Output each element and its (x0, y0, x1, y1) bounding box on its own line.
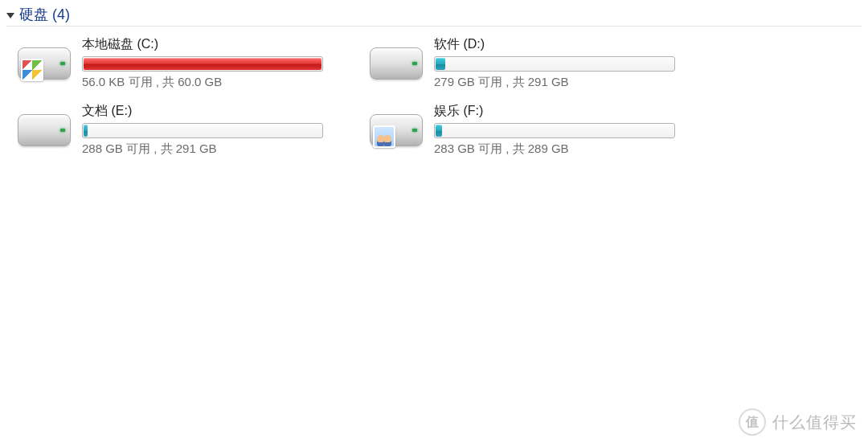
drive-name: 娱乐 (F:) (434, 103, 699, 120)
hdd-icon (370, 47, 423, 80)
drive-name: 本地磁盘 (C:) (82, 36, 347, 53)
drives-container: 本地磁盘 (C:) 56.0 KB 可用 , 共 60.0 GB 软件 (D:)… (6, 33, 862, 160)
usage-bar-fill (436, 125, 442, 137)
usage-bar-fill (436, 58, 445, 70)
drive-item-e[interactable]: 文档 (E:) 288 GB 可用 , 共 291 GB (13, 100, 349, 160)
collapse-triangle-icon[interactable] (6, 13, 14, 18)
drive-item-f[interactable]: 娱乐 (F:) 283 GB 可用 , 共 289 GB (365, 100, 701, 160)
hdd-icon (18, 114, 71, 146)
drive-icon (14, 108, 74, 153)
drive-info: 软件 (D:) 279 GB 可用 , 共 291 GB (434, 36, 699, 90)
watermark-text: 什么值得买 (772, 412, 857, 433)
drive-icon (14, 41, 74, 86)
usage-bar-fill (84, 125, 88, 137)
drive-icon (366, 108, 426, 153)
drives-section: 硬盘 (4) 本地磁盘 (C:) 56.0 KB 可用 , 共 60.0 GB (0, 0, 868, 165)
watermark: 值 什么值得买 (739, 408, 857, 436)
usage-bar (434, 123, 675, 138)
drive-status: 288 GB 可用 , 共 291 GB (82, 141, 347, 157)
watermark-badge-icon: 值 (739, 408, 766, 436)
drive-status: 56.0 KB 可用 , 共 60.0 GB (82, 75, 347, 90)
drive-info: 娱乐 (F:) 283 GB 可用 , 共 289 GB (434, 103, 699, 157)
drive-item-c[interactable]: 本地磁盘 (C:) 56.0 KB 可用 , 共 60.0 GB (13, 33, 349, 93)
shared-people-icon (373, 125, 395, 148)
drive-item-d[interactable]: 软件 (D:) 279 GB 可用 , 共 291 GB (365, 33, 701, 93)
drive-name: 文档 (E:) (82, 103, 347, 120)
usage-bar (434, 56, 675, 72)
drive-status: 279 GB 可用 , 共 291 GB (434, 75, 699, 90)
usage-bar (82, 123, 323, 138)
drive-icon (366, 41, 426, 86)
drive-name: 软件 (D:) (434, 36, 699, 53)
drive-status: 283 GB 可用 , 共 289 GB (434, 141, 699, 157)
drive-info: 文档 (E:) 288 GB 可用 , 共 291 GB (82, 103, 347, 157)
usage-bar-fill (84, 58, 321, 70)
section-header[interactable]: 硬盘 (4) (6, 5, 862, 27)
drive-info: 本地磁盘 (C:) 56.0 KB 可用 , 共 60.0 GB (82, 36, 347, 90)
section-title: 硬盘 (4) (19, 5, 70, 24)
windows-flag-icon (21, 59, 43, 81)
usage-bar (82, 56, 323, 72)
